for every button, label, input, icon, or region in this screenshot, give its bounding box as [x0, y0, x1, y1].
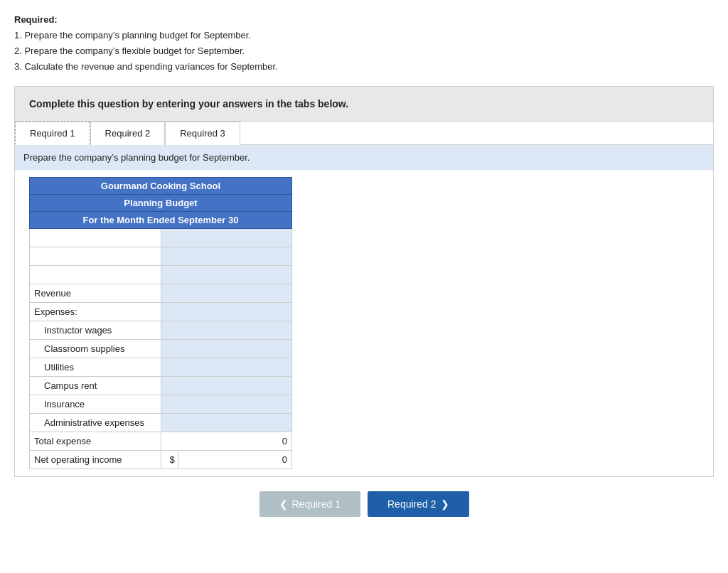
table-row-total: Total expense 0 — [30, 432, 292, 451]
campus-rent-value — [161, 377, 291, 395]
row-label — [30, 229, 161, 247]
admin-expenses-label: Administrative expenses — [30, 414, 161, 432]
row-value-input[interactable] — [166, 232, 287, 243]
required-header: Required: — [14, 14, 714, 25]
expenses-label: Expenses: — [30, 303, 161, 321]
budget-table-wrapper: Gourmand Cooking School Planning Budget … — [15, 177, 713, 476]
table-row-empty — [30, 266, 292, 284]
utilities-label: Utilities — [30, 358, 161, 377]
table-row: Revenue — [30, 284, 292, 303]
tabs-container: Required 1 Required 2 Required 3 Prepare… — [14, 122, 714, 477]
total-expense-label: Total expense — [30, 432, 161, 451]
tab-description: Prepare the company’s planning budget fo… — [15, 145, 713, 170]
row-label-input[interactable] — [34, 251, 156, 262]
row-value — [161, 229, 291, 247]
empty-label — [30, 266, 161, 284]
instructor-wages-input[interactable] — [166, 325, 287, 336]
budget-table: Gourmand Cooking School Planning Budget … — [29, 177, 292, 469]
table-row: Instructor wages — [30, 321, 292, 340]
table-header-3: For the Month Ended September 30 — [30, 212, 292, 229]
insurance-input[interactable] — [166, 399, 287, 409]
next-button[interactable]: Required 2 ❯ — [368, 491, 469, 517]
net-income-label: Net operating income — [30, 451, 161, 469]
table-title-1: Gourmand Cooking School — [30, 178, 292, 195]
utilities-input[interactable] — [166, 362, 287, 373]
classroom-supplies-value — [161, 340, 291, 358]
tabs-row: Required 1 Required 2 Required 3 — [15, 122, 713, 145]
utilities-value — [161, 358, 291, 377]
revenue-label: Revenue — [30, 284, 161, 303]
next-arrow: ❯ — [441, 498, 449, 510]
instruction-text: Complete this question by entering your … — [29, 98, 348, 109]
row-value-input[interactable] — [166, 251, 287, 262]
table-title-2: Planning Budget — [30, 195, 292, 212]
instructor-wages-label: Instructor wages — [30, 321, 161, 340]
row-label-input[interactable] — [34, 232, 156, 243]
prev-button[interactable]: ❮ Required 1 — [259, 491, 361, 517]
empty-value — [161, 266, 291, 284]
bottom-buttons: ❮ Required 1 Required 2 ❯ — [14, 491, 714, 517]
dollar-sign: $ — [161, 451, 178, 469]
row-value — [161, 247, 291, 266]
campus-rent-label: Campus rent — [30, 377, 161, 395]
table-row: Insurance — [30, 395, 292, 414]
expenses-value — [161, 303, 291, 321]
insurance-label: Insurance — [30, 395, 161, 414]
required-list: 1. Prepare the company’s planning budget… — [14, 28, 714, 75]
table-row-net: Net operating income $ 0 — [30, 451, 292, 469]
revenue-value — [161, 284, 291, 303]
instructor-wages-value — [161, 321, 291, 340]
table-row — [30, 229, 292, 247]
campus-rent-input[interactable] — [166, 380, 287, 391]
required-item-1: 1. Prepare the company’s planning budget… — [14, 28, 714, 43]
table-header-1: Gourmand Cooking School — [30, 178, 292, 195]
next-label: Required 2 — [387, 498, 437, 510]
required-item-2: 2. Prepare the company’s flexible budget… — [14, 43, 714, 59]
classroom-supplies-input[interactable] — [166, 343, 287, 354]
tab-content: Prepare the company’s planning budget fo… — [15, 145, 713, 476]
row-label — [30, 247, 161, 266]
tab-required-1[interactable]: Required 1 — [15, 122, 90, 145]
table-header-2: Planning Budget — [30, 195, 292, 212]
insurance-value — [161, 395, 291, 414]
required-item-3: 3. Calculate the revenue and spending va… — [14, 59, 714, 75]
table-row: Campus rent — [30, 377, 292, 395]
instruction-box: Complete this question by entering your … — [14, 86, 714, 122]
prev-arrow: ❮ — [279, 498, 288, 510]
tab-required-2[interactable]: Required 2 — [90, 122, 166, 145]
admin-expenses-value — [161, 414, 291, 432]
table-row: Utilities — [30, 358, 292, 377]
tab-required-3[interactable]: Required 3 — [165, 122, 240, 145]
prev-label: Required 1 — [292, 498, 341, 510]
net-income-value: 0 — [178, 451, 291, 469]
table-title-3: For the Month Ended September 30 — [30, 212, 292, 229]
table-row: Classroom supplies — [30, 340, 292, 358]
revenue-input[interactable] — [166, 288, 287, 299]
admin-expenses-input[interactable] — [166, 417, 287, 428]
table-row — [30, 247, 292, 266]
total-expense-value: 0 — [161, 432, 291, 451]
classroom-supplies-label: Classroom supplies — [30, 340, 161, 358]
table-row: Expenses: — [30, 303, 292, 321]
table-row: Administrative expenses — [30, 414, 292, 432]
